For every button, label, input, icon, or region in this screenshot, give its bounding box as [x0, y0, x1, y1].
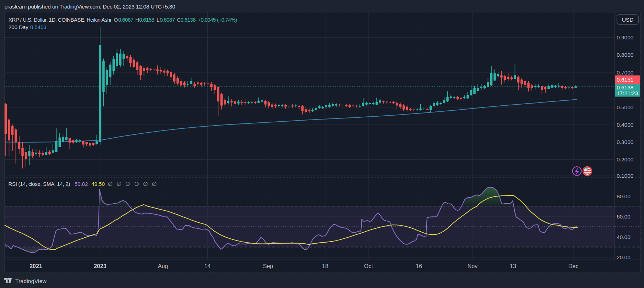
svg-text:16: 16 — [416, 263, 422, 269]
svg-text:0.7000: 0.7000 — [617, 70, 634, 76]
svg-text:17:21:23: 17:21:23 — [617, 90, 638, 96]
svg-text:∅: ∅ — [152, 181, 157, 187]
svg-text:Oct: Oct — [364, 263, 373, 269]
svg-text:20.00: 20.00 — [617, 254, 631, 260]
svg-text:0.6087: 0.6087 — [160, 17, 175, 23]
svg-text:Dec: Dec — [568, 263, 578, 269]
svg-text:0.6087: 0.6087 — [118, 17, 133, 23]
svg-text:∅: ∅ — [143, 181, 148, 187]
svg-text:2021: 2021 — [29, 263, 42, 269]
svg-text:Nov: Nov — [468, 263, 477, 269]
svg-text:200 Day: 200 Day — [9, 24, 28, 30]
svg-text:0.9000: 0.9000 — [617, 34, 634, 40]
svg-text:49.50: 49.50 — [92, 181, 105, 187]
svg-text:TradingView: TradingView — [15, 278, 47, 284]
svg-text:∅: ∅ — [108, 181, 113, 187]
svg-text:∅: ∅ — [134, 181, 139, 187]
svg-text:0.1000: 0.1000 — [617, 173, 634, 179]
svg-text:0.5000: 0.5000 — [617, 104, 634, 110]
svg-text:H: H — [135, 17, 139, 23]
svg-text:XRP / U.S. Dollar, 1D, COINBAS: XRP / U.S. Dollar, 1D, COINBASE, Heikin … — [9, 17, 111, 23]
svg-text:18: 18 — [322, 263, 328, 269]
svg-text:80.00: 80.00 — [617, 193, 631, 199]
svg-text:14: 14 — [204, 263, 211, 269]
svg-text:0.8000: 0.8000 — [617, 52, 634, 58]
svg-text:0.6158: 0.6158 — [139, 17, 154, 23]
svg-text:0.3000: 0.3000 — [617, 139, 634, 145]
svg-text:Aug: Aug — [158, 263, 168, 269]
svg-text:50.82: 50.82 — [75, 181, 88, 187]
svg-text:+0.0045 (+0.74%): +0.0045 (+0.74%) — [198, 17, 237, 23]
svg-text:O: O — [114, 17, 118, 23]
svg-text:USD: USD — [622, 17, 634, 23]
svg-text:∅: ∅ — [116, 181, 121, 187]
svg-text:praslearn published on Trading: praslearn published on TradingView.com, … — [5, 4, 175, 10]
svg-text:RSI (14, close, SMA, 14, 2): RSI (14, close, SMA, 14, 2) — [9, 181, 70, 187]
svg-text:L: L — [157, 17, 159, 23]
svg-text:0.4000: 0.4000 — [617, 122, 634, 128]
svg-text:13: 13 — [510, 263, 516, 269]
svg-text:2023: 2023 — [94, 263, 107, 269]
svg-text:0.6138: 0.6138 — [617, 84, 633, 90]
svg-text:∅: ∅ — [125, 181, 130, 187]
svg-text:0.6151: 0.6151 — [617, 77, 633, 83]
svg-text:0.6138: 0.6138 — [181, 17, 196, 23]
svg-text:Sep: Sep — [263, 263, 273, 269]
svg-text:0.2000: 0.2000 — [617, 156, 634, 162]
svg-text:60.00: 60.00 — [617, 214, 631, 220]
svg-text:0.5403: 0.5403 — [30, 24, 47, 30]
svg-text:40.00: 40.00 — [617, 234, 631, 240]
